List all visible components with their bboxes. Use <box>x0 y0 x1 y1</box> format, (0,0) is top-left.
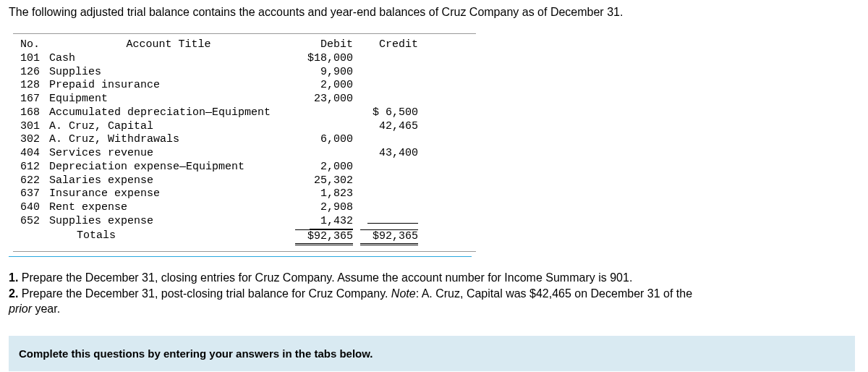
trial-balance-table: No. Account Title Debit Credit 101 Cash … <box>13 33 476 252</box>
cell-title: Depreciation expense—Equipment <box>49 161 288 174</box>
question-1: 1. Prepare the December 31, closing entr… <box>9 270 859 286</box>
table-row: 128 Prepaid insurance 2,000 <box>20 79 469 93</box>
cell-credit: 43,400 <box>353 147 418 161</box>
totals-debit: $92,365 <box>288 229 353 246</box>
cell-credit <box>353 174 418 188</box>
cell-no: 301 <box>20 120 49 134</box>
table-row: 301 A. Cruz, Capital 42,465 <box>20 120 469 134</box>
cell-debit: 2,908 <box>288 201 353 215</box>
cell-debit <box>288 106 353 120</box>
cell-title: Services revenue <box>49 147 288 161</box>
header-debit: Debit <box>288 38 353 52</box>
header-credit: Credit <box>353 38 418 52</box>
question-2: 2. Prepare the December 31, post-closing… <box>9 286 859 317</box>
instruction-bar: Complete this questions by entering your… <box>9 336 855 371</box>
cell-no: 622 <box>20 174 49 188</box>
table-row: 637 Insurance expense 1,823 <box>20 187 469 201</box>
table-row: 168 Accumulated depreciation—Equipment $… <box>20 106 469 120</box>
cell-title: Accumulated depreciation—Equipment <box>49 106 288 120</box>
cell-debit: 2,000 <box>288 161 353 174</box>
cell-no <box>20 229 49 246</box>
table-row: 612 Depreciation expense—Equipment 2,000 <box>20 161 469 174</box>
cell-no: 637 <box>20 187 49 201</box>
cell-debit: $18,000 <box>288 52 353 66</box>
cell-debit: 1,432 <box>288 215 353 229</box>
cell-title: Insurance expense <box>49 187 288 201</box>
table-row: 302 A. Cruz, Withdrawals 6,000 <box>20 133 469 147</box>
cell-credit <box>353 161 418 174</box>
cell-credit <box>353 66 418 80</box>
cell-debit: 6,000 <box>288 133 353 147</box>
cell-title: Supplies expense <box>49 215 288 229</box>
cell-no: 167 <box>20 93 49 106</box>
intro-text: The following adjusted trial balance con… <box>9 6 859 19</box>
cell-no: 404 <box>20 147 49 161</box>
cell-title: Supplies <box>49 66 288 80</box>
questions-block: 1. Prepare the December 31, closing entr… <box>9 270 859 317</box>
cell-no: 168 <box>20 106 49 120</box>
cell-no: 128 <box>20 79 49 93</box>
cell-no: 640 <box>20 201 49 215</box>
cell-credit <box>353 215 418 229</box>
cell-debit: 9,900 <box>288 66 353 80</box>
cell-debit: 23,000 <box>288 93 353 106</box>
totals-row: Totals $92,365 $92,365 <box>20 229 469 246</box>
table-row: 404 Services revenue 43,400 <box>20 147 469 161</box>
cell-debit: 2,000 <box>288 79 353 93</box>
cell-no: 101 <box>20 52 49 66</box>
table-header-row: No. Account Title Debit Credit <box>20 38 469 52</box>
cell-debit: 25,302 <box>288 174 353 188</box>
header-no: No. <box>20 38 49 52</box>
totals-label: Totals <box>49 229 288 246</box>
cell-credit: $ 6,500 <box>353 106 418 120</box>
cell-credit: 42,465 <box>353 120 418 134</box>
cell-credit <box>353 79 418 93</box>
cell-title: Salaries expense <box>49 174 288 188</box>
cell-title: Prepaid insurance <box>49 79 288 93</box>
table-row: 126 Supplies 9,900 <box>20 66 469 80</box>
cell-no: 652 <box>20 215 49 229</box>
separator <box>9 256 472 257</box>
cell-title: Cash <box>49 52 288 66</box>
cell-no: 612 <box>20 161 49 174</box>
cell-title: Equipment <box>49 93 288 106</box>
cell-credit <box>353 52 418 66</box>
cell-credit <box>353 201 418 215</box>
cell-debit <box>288 120 353 134</box>
totals-credit: $92,365 <box>353 229 418 246</box>
cell-title: A. Cruz, Capital <box>49 120 288 134</box>
cell-credit <box>353 133 418 147</box>
table-row: 640 Rent expense 2,908 <box>20 201 469 215</box>
cell-credit <box>353 187 418 201</box>
cell-no: 126 <box>20 66 49 80</box>
table-row: 652 Supplies expense 1,432 <box>20 215 469 229</box>
cell-title: A. Cruz, Withdrawals <box>49 133 288 147</box>
cell-debit <box>288 147 353 161</box>
table-row: 167 Equipment 23,000 <box>20 93 469 106</box>
cell-no: 302 <box>20 133 49 147</box>
header-title: Account Title <box>49 38 288 52</box>
table-row: 622 Salaries expense 25,302 <box>20 174 469 188</box>
cell-credit <box>353 93 418 106</box>
cell-title: Rent expense <box>49 201 288 215</box>
table-row: 101 Cash $18,000 <box>20 52 469 66</box>
cell-debit: 1,823 <box>288 187 353 201</box>
